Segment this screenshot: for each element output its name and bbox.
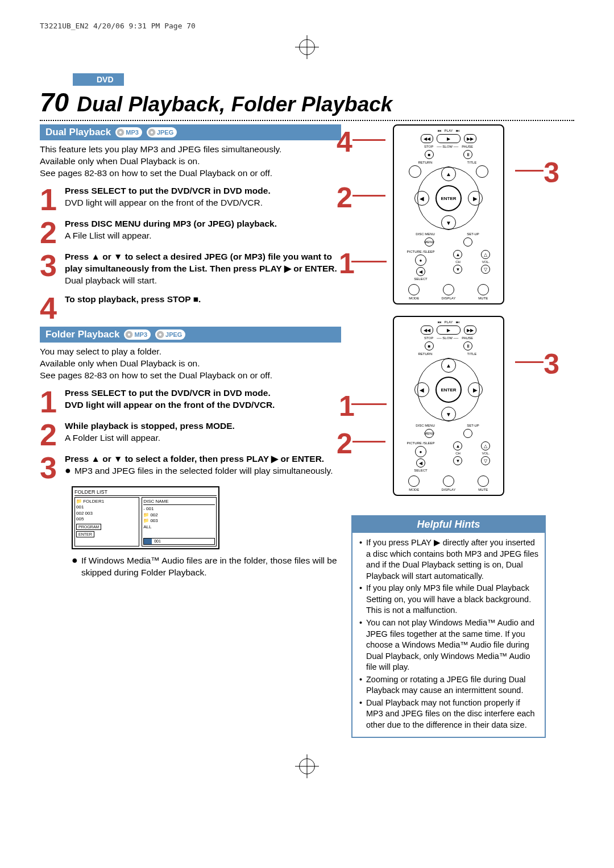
dual-step-2: 2 Press DISC MENU during MP3 (or JPEG) p… [40, 218, 341, 244]
up-button[interactable]: ▲ [441, 358, 456, 373]
next-button[interactable]: ▶▶ [464, 326, 476, 335]
pause-button[interactable]: ⏸ [463, 150, 472, 159]
step-number-1: 1 [40, 390, 65, 414]
enter-tab: ENTER [76, 531, 94, 537]
ch-down-button[interactable]: ▼ [453, 456, 462, 465]
step-number-2: 2 [40, 220, 65, 244]
jpeg-badge: JPEG [147, 127, 177, 137]
dual-step-1: 1 Press SELECT to put the DVD/VCR in DVD… [40, 185, 341, 211]
disc-icon [148, 128, 156, 136]
page-title: Dual Playback, Folder Playback [77, 93, 392, 116]
page-number: 70 [40, 87, 69, 118]
folder-list-panel: FOLDER LIST 📁 FOLDER1 001 002 003 005 PR… [72, 486, 219, 549]
callout-3: 3 [544, 348, 559, 381]
disc-icon [117, 128, 125, 136]
helpful-hints-heading: Helpful Hints [352, 516, 545, 533]
dpad: ▲ ▼ ◀ ▶ ENTER [416, 358, 482, 422]
prev-button[interactable]: ◀◀ [421, 326, 433, 335]
right-button[interactable]: ▶ [468, 382, 483, 397]
remote-diagram-dual: ⏮ PLAY ⏭ ◀◀ ▶ ▶▶ STOP ── SLOW ── PAUSE [393, 124, 504, 304]
step-number-1: 1 [40, 187, 65, 211]
step-number-2: 2 [40, 423, 65, 446]
folder-list-title: FOLDER LIST [74, 489, 217, 496]
vol-down-button[interactable]: ▽ [481, 456, 490, 465]
hint-item: Dual Playback may not function properly … [366, 698, 539, 731]
program-tab: PROGRAM [76, 524, 101, 530]
disc-icon [156, 331, 164, 339]
folder-list-left: 📁 FOLDER1 001 002 003 005 PROGRAM ENTER [74, 497, 139, 546]
mode-button[interactable] [408, 475, 420, 487]
ch-up-button[interactable]: ▲ [453, 441, 462, 450]
down-button[interactable]: ▼ [441, 407, 456, 422]
folder-step-2: 2 While playback is stopped, press MODE.… [40, 420, 341, 446]
ch-down-button[interactable]: ▼ [453, 265, 462, 274]
disc-menu-button[interactable]: MENU [425, 237, 434, 247]
callout-2: 2 [337, 181, 352, 214]
left-button[interactable]: ◀ [414, 382, 429, 397]
disc-icon [125, 331, 133, 339]
dpad: ▲ ▼ ◀ ▶ ENTER [416, 166, 482, 230]
setup-button[interactable] [463, 237, 472, 247]
select-button[interactable]: ◀ [416, 458, 425, 468]
play-button[interactable]: ▶ [437, 326, 460, 335]
mode-button[interactable] [408, 284, 420, 295]
mp3-badge: MP3 [124, 329, 151, 340]
vol-up-button[interactable]: △ [481, 441, 490, 450]
picture-button[interactable]: ● [415, 254, 426, 266]
down-button[interactable]: ▼ [441, 215, 456, 230]
folder-step-3-bullet-2: ● If Windows Media™ Audio files are in t… [72, 555, 341, 579]
display-button[interactable] [443, 475, 454, 487]
bullet-icon: ● [72, 555, 78, 566]
left-column: Dual Playback MP3 JPEG This feature lets… [40, 124, 341, 738]
callout-2: 2 [337, 427, 352, 460]
mute-button[interactable] [478, 475, 489, 487]
dual-step-3: 3 Press ▲ or ▼ to select a desired JPEG … [40, 251, 341, 287]
up-button[interactable]: ▲ [441, 166, 456, 181]
folder-list-right: DISC NAME - 001 📁 002 📁 003 ALL 001 [142, 497, 217, 546]
bullet-icon: ● [65, 465, 71, 477]
mute-button[interactable] [478, 284, 489, 295]
ch-up-button[interactable]: ▲ [453, 250, 462, 259]
hint-item: If you play only MP3 file while Dual Pla… [366, 583, 539, 616]
jpeg-badge: JPEG [155, 329, 185, 340]
display-button[interactable] [443, 284, 454, 295]
vol-up-button[interactable]: △ [481, 250, 490, 259]
folder-heading-text: Folder Playback [45, 329, 119, 340]
hint-item: If you press PLAY ▶ directly after you i… [366, 537, 539, 582]
stop-button[interactable]: ■ [425, 341, 434, 350]
hint-item: Zooming or rotating a JPEG file during D… [366, 674, 539, 696]
stop-button[interactable]: ■ [425, 150, 434, 159]
callout-1: 1 [339, 247, 355, 280]
disc-menu-button[interactable]: MENU [425, 429, 434, 438]
pause-button[interactable]: ⏸ [463, 341, 472, 350]
hint-item: You can not play Windows Media™ Audio an… [366, 617, 539, 673]
enter-button[interactable]: ENTER [435, 377, 462, 403]
print-header: T3221UB_EN2 4/20/06 9:31 PM Page 70 [40, 22, 574, 30]
step-number-3: 3 [40, 456, 65, 479]
picture-button[interactable]: ● [415, 446, 426, 457]
play-button[interactable]: ▶ [437, 134, 460, 143]
callout-4: 4 [337, 126, 352, 158]
vol-down-button[interactable]: ▽ [481, 265, 490, 274]
next-button[interactable]: ▶▶ [464, 134, 476, 143]
prev-button[interactable]: ◀◀ [421, 134, 433, 143]
setup-button[interactable] [463, 429, 472, 438]
folder-playback-heading: Folder Playback MP3 JPEG [40, 327, 341, 343]
dual-playback-heading: Dual Playback MP3 JPEG [40, 124, 341, 140]
select-button[interactable]: ◀ [416, 267, 425, 276]
enter-button[interactable]: ENTER [435, 185, 462, 211]
dual-heading-text: Dual Playback [45, 127, 111, 138]
callout-1: 1 [339, 390, 355, 423]
right-button[interactable]: ▶ [468, 191, 483, 206]
folder-intro: You may select to play a folder. Availab… [40, 346, 341, 382]
callout-3: 3 [544, 156, 559, 189]
folder-step-1: 1 Press SELECT to put the DVD/VCR in DVD… [40, 387, 341, 414]
mp3-badge: MP3 [115, 127, 142, 137]
dvd-section-tab: DVD [73, 73, 124, 86]
registration-marks-top [40, 36, 574, 59]
helpful-hints-box: Helpful Hints If you press PLAY ▶ direct… [351, 515, 546, 738]
left-button[interactable]: ◀ [414, 191, 429, 206]
registration-marks-bottom [40, 755, 574, 778]
right-column: 4 2 1 3 ⏮ PLAY ⏭ ◀◀ ▶ ▶▶ ST [351, 124, 546, 738]
step-number-4: 4 [40, 296, 65, 320]
